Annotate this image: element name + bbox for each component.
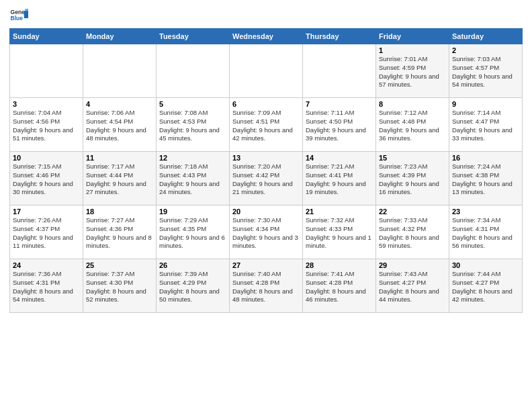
day-cell: 1Sunrise: 7:01 AM Sunset: 4:59 PM Daylig… <box>376 44 449 98</box>
day-cell: 27Sunrise: 7:40 AM Sunset: 4:28 PM Dayli… <box>230 259 303 313</box>
day-number: 10 <box>13 154 80 162</box>
day-detail: Sunrise: 7:43 AM Sunset: 4:27 PM Dayligh… <box>379 270 446 304</box>
day-cell: 18Sunrise: 7:27 AM Sunset: 4:36 PM Dayli… <box>83 205 157 259</box>
day-cell: 23Sunrise: 7:34 AM Sunset: 4:31 PM Dayli… <box>449 205 523 259</box>
day-detail: Sunrise: 7:08 AM Sunset: 4:53 PM Dayligh… <box>159 109 226 143</box>
col-header-saturday: Saturday <box>449 29 523 44</box>
page-container: General Blue SundayMondayTuesdayWednesda… <box>0 0 532 317</box>
day-detail: Sunrise: 7:29 AM Sunset: 4:35 PM Dayligh… <box>159 216 226 250</box>
day-detail: Sunrise: 7:09 AM Sunset: 4:51 PM Dayligh… <box>232 109 300 143</box>
day-number: 28 <box>306 261 373 269</box>
day-detail: Sunrise: 7:01 AM Sunset: 4:59 PM Dayligh… <box>379 55 446 89</box>
day-number: 12 <box>159 154 226 162</box>
svg-marker-2 <box>24 11 28 18</box>
day-number: 29 <box>379 261 446 269</box>
day-cell <box>157 44 230 98</box>
day-number: 3 <box>13 100 80 108</box>
day-cell: 15Sunrise: 7:23 AM Sunset: 4:39 PM Dayli… <box>376 152 449 205</box>
day-cell <box>303 44 376 98</box>
day-cell: 20Sunrise: 7:30 AM Sunset: 4:34 PM Dayli… <box>230 205 303 259</box>
day-number: 4 <box>86 100 153 108</box>
col-header-tuesday: Tuesday <box>157 29 230 44</box>
day-detail: Sunrise: 7:37 AM Sunset: 4:30 PM Dayligh… <box>86 270 153 304</box>
day-number: 24 <box>13 261 80 269</box>
day-cell: 11Sunrise: 7:17 AM Sunset: 4:44 PM Dayli… <box>83 152 157 205</box>
svg-text:Blue: Blue <box>11 15 24 21</box>
day-cell <box>83 44 157 98</box>
day-detail: Sunrise: 7:27 AM Sunset: 4:36 PM Dayligh… <box>86 216 153 250</box>
week-row-5: 24Sunrise: 7:36 AM Sunset: 4:31 PM Dayli… <box>10 259 523 313</box>
day-number: 25 <box>86 261 153 269</box>
day-cell: 30Sunrise: 7:44 AM Sunset: 4:27 PM Dayli… <box>449 259 523 313</box>
day-cell: 12Sunrise: 7:18 AM Sunset: 4:43 PM Dayli… <box>157 152 230 205</box>
day-number: 1 <box>379 46 446 54</box>
day-detail: Sunrise: 7:18 AM Sunset: 4:43 PM Dayligh… <box>159 163 226 197</box>
day-number: 9 <box>452 100 519 108</box>
day-detail: Sunrise: 7:33 AM Sunset: 4:32 PM Dayligh… <box>379 216 446 250</box>
day-detail: Sunrise: 7:26 AM Sunset: 4:37 PM Dayligh… <box>13 216 80 250</box>
day-cell: 3Sunrise: 7:04 AM Sunset: 4:56 PM Daylig… <box>10 98 83 152</box>
day-number: 11 <box>86 154 153 162</box>
day-number: 22 <box>379 208 446 216</box>
day-number: 5 <box>159 100 226 108</box>
day-number: 8 <box>379 100 446 108</box>
day-number: 16 <box>452 154 519 162</box>
day-cell: 13Sunrise: 7:20 AM Sunset: 4:42 PM Dayli… <box>230 152 303 205</box>
col-header-sunday: Sunday <box>10 29 83 44</box>
day-number: 26 <box>159 261 226 269</box>
day-detail: Sunrise: 7:34 AM Sunset: 4:31 PM Dayligh… <box>452 216 519 250</box>
day-number: 21 <box>306 208 373 216</box>
day-number: 18 <box>86 208 153 216</box>
day-cell: 16Sunrise: 7:24 AM Sunset: 4:38 PM Dayli… <box>449 152 523 205</box>
day-cell: 22Sunrise: 7:33 AM Sunset: 4:32 PM Dayli… <box>376 205 449 259</box>
day-detail: Sunrise: 7:06 AM Sunset: 4:54 PM Dayligh… <box>86 109 153 143</box>
day-detail: Sunrise: 7:30 AM Sunset: 4:34 PM Dayligh… <box>232 216 300 250</box>
day-number: 6 <box>232 100 300 108</box>
day-detail: Sunrise: 7:14 AM Sunset: 4:47 PM Dayligh… <box>452 109 519 143</box>
day-detail: Sunrise: 7:04 AM Sunset: 4:56 PM Dayligh… <box>13 109 80 143</box>
day-detail: Sunrise: 7:15 AM Sunset: 4:46 PM Dayligh… <box>13 163 80 197</box>
day-number: 23 <box>452 208 519 216</box>
day-detail: Sunrise: 7:40 AM Sunset: 4:28 PM Dayligh… <box>232 270 300 304</box>
day-number: 17 <box>13 208 80 216</box>
svg-marker-3 <box>25 9 28 11</box>
day-cell: 19Sunrise: 7:29 AM Sunset: 4:35 PM Dayli… <box>157 205 230 259</box>
day-cell: 8Sunrise: 7:12 AM Sunset: 4:48 PM Daylig… <box>376 98 449 152</box>
logo: General Blue <box>9 7 28 26</box>
day-number: 2 <box>452 46 519 54</box>
week-row-2: 3Sunrise: 7:04 AM Sunset: 4:56 PM Daylig… <box>10 98 523 152</box>
week-row-4: 17Sunrise: 7:26 AM Sunset: 4:37 PM Dayli… <box>10 205 523 259</box>
day-number: 27 <box>232 261 300 269</box>
col-header-friday: Friday <box>376 29 449 44</box>
day-detail: Sunrise: 7:24 AM Sunset: 4:38 PM Dayligh… <box>452 163 519 197</box>
day-detail: Sunrise: 7:39 AM Sunset: 4:29 PM Dayligh… <box>159 270 226 304</box>
col-header-monday: Monday <box>83 29 157 44</box>
day-cell: 24Sunrise: 7:36 AM Sunset: 4:31 PM Dayli… <box>10 259 83 313</box>
day-cell <box>230 44 303 98</box>
col-header-thursday: Thursday <box>303 29 376 44</box>
header-row: General Blue <box>9 7 523 26</box>
day-number: 14 <box>306 154 373 162</box>
day-cell: 25Sunrise: 7:37 AM Sunset: 4:30 PM Dayli… <box>83 259 157 313</box>
day-detail: Sunrise: 7:44 AM Sunset: 4:27 PM Dayligh… <box>452 270 519 304</box>
day-number: 15 <box>379 154 446 162</box>
day-detail: Sunrise: 7:21 AM Sunset: 4:41 PM Dayligh… <box>306 163 373 197</box>
day-cell: 14Sunrise: 7:21 AM Sunset: 4:41 PM Dayli… <box>303 152 376 205</box>
day-detail: Sunrise: 7:11 AM Sunset: 4:50 PM Dayligh… <box>306 109 373 143</box>
day-detail: Sunrise: 7:23 AM Sunset: 4:39 PM Dayligh… <box>379 163 446 197</box>
logo-icon: General Blue <box>9 7 28 26</box>
day-number: 13 <box>232 154 300 162</box>
day-detail: Sunrise: 7:32 AM Sunset: 4:33 PM Dayligh… <box>306 216 373 250</box>
day-cell: 9Sunrise: 7:14 AM Sunset: 4:47 PM Daylig… <box>449 98 523 152</box>
day-detail: Sunrise: 7:03 AM Sunset: 4:57 PM Dayligh… <box>452 55 519 89</box>
day-cell: 10Sunrise: 7:15 AM Sunset: 4:46 PM Dayli… <box>10 152 83 205</box>
day-cell: 26Sunrise: 7:39 AM Sunset: 4:29 PM Dayli… <box>157 259 230 313</box>
day-cell: 17Sunrise: 7:26 AM Sunset: 4:37 PM Dayli… <box>10 205 83 259</box>
day-cell: 21Sunrise: 7:32 AM Sunset: 4:33 PM Dayli… <box>303 205 376 259</box>
day-cell: 5Sunrise: 7:08 AM Sunset: 4:53 PM Daylig… <box>157 98 230 152</box>
day-number: 30 <box>452 261 519 269</box>
day-cell: 28Sunrise: 7:41 AM Sunset: 4:28 PM Dayli… <box>303 259 376 313</box>
day-detail: Sunrise: 7:41 AM Sunset: 4:28 PM Dayligh… <box>306 270 373 304</box>
day-cell: 6Sunrise: 7:09 AM Sunset: 4:51 PM Daylig… <box>230 98 303 152</box>
day-cell: 29Sunrise: 7:43 AM Sunset: 4:27 PM Dayli… <box>376 259 449 313</box>
